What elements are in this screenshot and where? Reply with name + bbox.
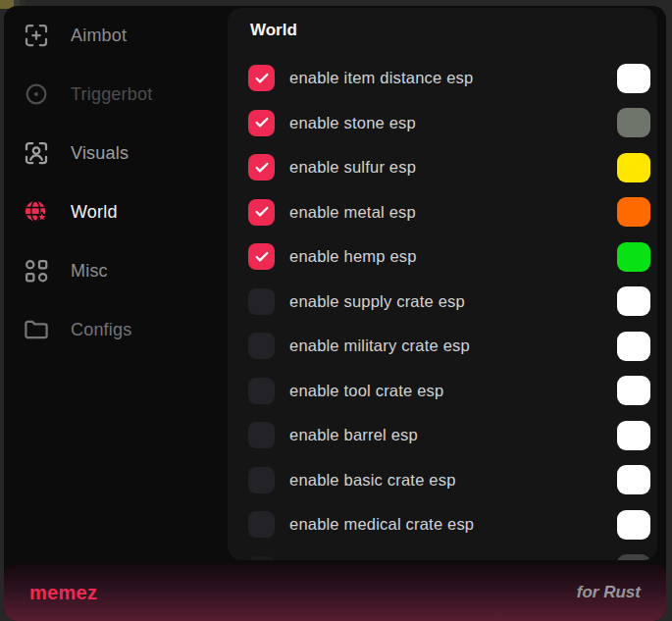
esp-color-swatch[interactable]	[617, 153, 650, 182]
esp-option-row	[228, 547, 657, 561]
esp-option-label: enable military crate esp	[289, 336, 470, 355]
brand-tagline: for Rust	[577, 583, 641, 602]
esp-checkbox[interactable]	[248, 333, 275, 359]
sidebar-item-aimbot[interactable]: Aimbot	[4, 6, 224, 65]
sidebar-item-label: Triggerbot	[71, 84, 152, 105]
esp-checkbox[interactable]	[248, 467, 275, 493]
esp-checkbox[interactable]	[248, 288, 275, 315]
esp-option-row: enable stone esp	[228, 101, 657, 146]
triggerbot-target-icon	[22, 79, 51, 109]
esp-option-label: enable basic crate esp	[289, 471, 456, 490]
esp-color-swatch[interactable]	[617, 242, 650, 272]
esp-checkbox[interactable]	[248, 65, 275, 91]
esp-color-swatch[interactable]	[617, 554, 650, 560]
esp-color-swatch[interactable]	[617, 510, 650, 540]
esp-checkbox[interactable]	[248, 378, 275, 404]
configs-folder-icon	[22, 315, 51, 344]
misc-categories-icon	[22, 256, 51, 285]
esp-color-swatch[interactable]	[617, 64, 650, 93]
esp-option-label: enable medical crate esp	[289, 515, 474, 534]
brand-name: memez	[29, 582, 97, 604]
sidebar-item-label: Visuals	[71, 143, 129, 164]
checkmark-icon	[254, 160, 270, 176]
checkmark-icon	[254, 115, 270, 130]
esp-color-swatch[interactable]	[617, 286, 650, 316]
esp-checkbox[interactable]	[248, 110, 275, 136]
sidebar-item-world[interactable]: World	[4, 182, 224, 241]
sidebar-item-visuals[interactable]: Visuals	[4, 124, 224, 182]
esp-checkbox[interactable]	[248, 556, 275, 560]
esp-option-row: enable barrel esp	[228, 413, 657, 458]
cheat-menu-window: Aimbot Triggerbot Visual	[4, 6, 666, 621]
sidebar-item-label: Misc	[71, 261, 108, 282]
esp-option-label: enable item distance esp	[289, 69, 473, 87]
checkmark-icon	[254, 249, 270, 265]
panel-title: World	[250, 21, 297, 40]
esp-option-row: enable basic crate esp	[228, 458, 657, 503]
esp-checkbox[interactable]	[248, 154, 275, 181]
checkmark-icon	[254, 204, 270, 220]
visuals-player-scan-icon	[22, 138, 51, 168]
esp-color-swatch[interactable]	[617, 197, 650, 227]
esp-color-swatch[interactable]	[617, 108, 650, 137]
esp-option-label: enable sulfur esp	[289, 158, 416, 177]
esp-color-swatch[interactable]	[617, 421, 650, 450]
esp-option-row: enable military crate esp	[228, 324, 657, 369]
esp-checkbox[interactable]	[248, 511, 275, 538]
sidebar-item-configs[interactable]: Configs	[4, 300, 224, 359]
sidebar-item-triggerbot[interactable]: Triggerbot	[4, 65, 224, 124]
esp-option-row: enable supply crate esp	[228, 280, 657, 325]
world-globe-star-icon	[22, 197, 51, 227]
esp-option-label: enable stone esp	[289, 114, 416, 132]
screenshot-root: Aimbot Triggerbot Visual	[0, 0, 672, 621]
esp-color-swatch[interactable]	[617, 332, 650, 361]
esp-option-label: enable tool crate esp	[289, 382, 443, 400]
esp-option-row: enable item distance esp	[228, 56, 657, 101]
esp-checkbox[interactable]	[248, 422, 275, 448]
esp-option-row: enable hemp esp	[228, 234, 657, 280]
esp-option-label: enable hemp esp	[289, 247, 417, 266]
footer-bar: memez for Rust	[4, 564, 666, 621]
sidebar-item-label: Configs	[71, 320, 131, 340]
esp-option-label: enable supply crate esp	[289, 292, 465, 311]
sidebar-item-misc[interactable]: Misc	[4, 241, 224, 300]
esp-option-label: enable barrel esp	[289, 426, 418, 444]
sidebar-item-label: Aimbot	[71, 26, 127, 46]
esp-checkbox[interactable]	[248, 243, 275, 270]
esp-color-swatch[interactable]	[617, 376, 650, 405]
checkmark-icon	[254, 71, 270, 86]
sidebar-item-label: World	[71, 202, 118, 223]
esp-option-row: enable metal esp	[228, 190, 657, 235]
aimbot-crosshair-icon	[22, 21, 51, 50]
esp-option-row: enable medical crate esp	[228, 502, 657, 547]
sidebar: Aimbot Triggerbot Visual	[4, 6, 224, 359]
esp-color-swatch[interactable]	[617, 465, 650, 494]
world-settings-panel: World enable item distance esp enable st…	[228, 8, 657, 560]
esp-option-label: enable metal esp	[289, 203, 416, 222]
esp-options-list: enable item distance esp enable stone es…	[228, 56, 657, 560]
esp-checkbox[interactable]	[248, 199, 275, 226]
esp-option-row: enable sulfur esp	[228, 145, 657, 190]
esp-option-row: enable tool crate esp	[228, 369, 657, 414]
